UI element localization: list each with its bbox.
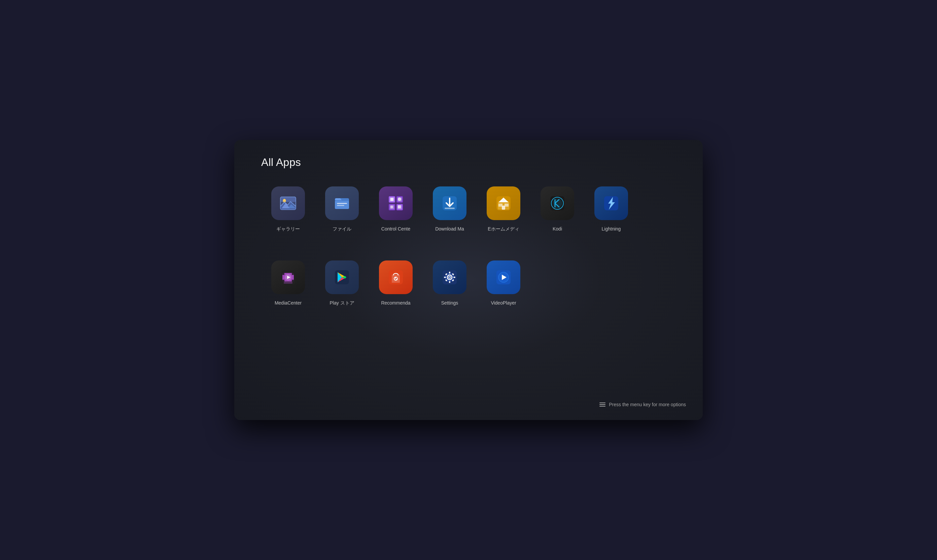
svg-rect-49	[444, 277, 446, 278]
svg-rect-48	[449, 281, 450, 283]
svg-point-18	[398, 198, 401, 201]
recommend-label: Recommenda	[381, 300, 410, 306]
app-item-download[interactable]: Download Ma	[423, 184, 477, 258]
videoplayer-icon	[487, 260, 520, 294]
svg-rect-28	[505, 204, 509, 207]
svg-rect-20	[398, 205, 401, 208]
lightning-label: Lightning	[602, 226, 621, 232]
svg-rect-17	[391, 198, 394, 201]
app-item-kodi[interactable]: Kodi	[531, 184, 584, 258]
app-item-lightning[interactable]: Lightning	[584, 184, 638, 258]
svg-rect-37	[282, 280, 285, 282]
svg-rect-50	[453, 277, 455, 278]
mediacenter-icon	[271, 260, 305, 294]
play-icon	[325, 260, 359, 294]
lightning-icon	[594, 186, 628, 220]
recommend-icon	[379, 260, 412, 294]
screen: All Apps ギャラリー	[234, 140, 703, 420]
app-item-ehome[interactable]: Eホームメディ	[477, 184, 531, 258]
svg-rect-7	[337, 203, 347, 204]
svg-rect-38	[292, 280, 294, 282]
app-item-control[interactable]: Control Cente	[369, 184, 423, 258]
svg-rect-8	[337, 205, 344, 206]
app-item-files[interactable]: ファイル	[315, 184, 369, 258]
app-item-play[interactable]: Play ストア	[315, 258, 369, 332]
svg-point-19	[391, 206, 393, 208]
kodi-icon	[540, 186, 574, 220]
apps-grid: ギャラリー ファイル	[261, 184, 638, 332]
control-label: Control Cente	[382, 226, 410, 232]
svg-rect-27	[499, 204, 503, 207]
gallery-icon	[271, 186, 305, 220]
menu-hint: Press the menu key for more options	[599, 402, 686, 407]
settings-label: Settings	[441, 300, 458, 306]
ehome-icon	[487, 186, 520, 220]
app-item-settings[interactable]: Settings	[423, 258, 477, 332]
menu-lines-icon	[599, 403, 605, 406]
svg-point-4	[283, 199, 286, 202]
gallery-label: ギャラリー	[276, 226, 300, 232]
mediacenter-label: MediaCenter	[275, 300, 302, 306]
svg-rect-3	[280, 197, 296, 202]
page-title: All Apps	[261, 156, 301, 169]
app-item-recommend[interactable]: Recommenda	[369, 258, 423, 332]
svg-rect-47	[449, 272, 450, 274]
svg-rect-40	[284, 282, 292, 283]
ehome-label: Eホームメディ	[488, 226, 519, 232]
settings-icon	[433, 260, 466, 294]
svg-rect-35	[282, 273, 285, 275]
app-item-gallery[interactable]: ギャラリー	[261, 184, 315, 258]
download-label: Download Ma	[435, 226, 464, 232]
files-label: ファイル	[332, 226, 351, 232]
app-item-videoplayer[interactable]: VideoPlayer	[477, 258, 531, 332]
download-icon	[433, 186, 466, 220]
svg-point-31	[552, 198, 562, 208]
files-icon	[325, 186, 359, 220]
svg-rect-22	[445, 208, 455, 209]
app-item-mediacenter[interactable]: MediaCenter	[261, 258, 315, 332]
svg-point-56	[449, 277, 450, 278]
control-icon	[379, 186, 412, 220]
play-label: Play ストア	[329, 300, 354, 306]
videoplayer-label: VideoPlayer	[491, 300, 516, 306]
kodi-label: Kodi	[552, 226, 562, 232]
menu-hint-text: Press the menu key for more options	[609, 402, 686, 407]
svg-rect-36	[292, 273, 294, 275]
